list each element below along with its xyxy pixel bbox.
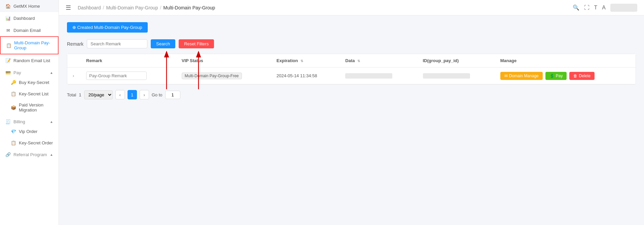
- sidebar-item-key-secret-order[interactable]: 📋 Key-Secret Order: [0, 137, 59, 148]
- sidebar-item-multi-domain-pay-group[interactable]: 📋 Multi-Domain Pay-Group: [0, 36, 59, 54]
- data-blurred-value: [345, 73, 392, 79]
- text-size-icon[interactable]: T: [594, 5, 598, 11]
- sidebar-item-label: Vip Order: [19, 129, 37, 134]
- sidebar-item-buy-key-secret[interactable]: 🔑 Buy Key-Secret: [0, 77, 59, 88]
- table-container: Remark VIP Status Expiration ⇅ Data ⇅: [67, 54, 636, 85]
- billing-section-icon: 🧾: [5, 119, 11, 124]
- main-content: ☰ Dashboard / Multi-Domain Pay-Group / M…: [59, 0, 644, 225]
- billing-section-label: Billing: [13, 119, 25, 124]
- vip-icon: 💎: [11, 129, 16, 134]
- header-icons: 🔍 ⛶ T A: [573, 4, 637, 12]
- home-icon: 🏠: [5, 3, 11, 9]
- expiration-sort-icon[interactable]: ⇅: [300, 59, 303, 63]
- sidebar-item-getmx-home[interactable]: 🏠 GetMX Home: [0, 0, 59, 12]
- pay-section-icon: 💳: [5, 70, 11, 75]
- manage-column-header: Manage: [495, 54, 636, 68]
- user-avatar[interactable]: [610, 4, 637, 12]
- sidebar-item-label: Key-Secret Order: [19, 140, 53, 145]
- referral-icon: 🔗: [5, 152, 11, 157]
- sidebar-item-paid-version-migration[interactable]: 📦 Paid Version Migration: [0, 99, 59, 116]
- group-pay-id-blurred-value: [423, 73, 470, 79]
- pagination: Total 1 10/page 20/page 50/page ‹ 1 › Go…: [67, 90, 636, 99]
- action-group: ✉ Domain Manage 💲 Pay 🗑 Delete: [500, 72, 630, 80]
- remark-input[interactable]: [86, 72, 147, 80]
- multi-domain-icon: 📋: [6, 43, 11, 48]
- filter-row: Remark Search Reset Filters: [67, 39, 636, 48]
- sidebar-section-referral: 🔗 Referral Program ▲: [0, 148, 59, 159]
- sidebar-item-label: Random Email List: [13, 58, 50, 63]
- breadcrumb-dashboard[interactable]: Dashboard: [78, 5, 101, 10]
- per-page-select[interactable]: 10/page 20/page 50/page: [84, 90, 113, 99]
- manage-cell: ✉ Domain Manage 💲 Pay 🗑 Delete: [495, 68, 636, 84]
- data-sort-icon[interactable]: ⇅: [357, 59, 360, 63]
- vip-status-column-header: VIP Status: [176, 54, 271, 68]
- billing-section-chevron: ▲: [50, 120, 53, 124]
- remark-cell: [81, 68, 176, 84]
- reset-filters-button[interactable]: Reset Filters: [179, 39, 214, 48]
- goto-label: Go to: [152, 92, 163, 97]
- expiration-value: 2024-05-14 11:34:58: [277, 73, 317, 78]
- sidebar-section-billing: 🧾 Billing ▲: [0, 116, 59, 126]
- breadcrumb-current: Multi-Domain Pay-Group: [163, 5, 215, 10]
- vip-status-cell: Multi-Domain Pay-Group-Free: [176, 68, 271, 84]
- sidebar-item-label: Buy Key-Secret: [19, 80, 49, 85]
- total-label: Total: [67, 92, 76, 97]
- pay-section-label: Pay: [13, 70, 21, 75]
- fullscreen-icon[interactable]: ⛶: [584, 5, 589, 11]
- group-pay-id-column-header: ID(group_pay_id): [418, 54, 495, 68]
- page-1-button[interactable]: 1: [128, 90, 137, 99]
- order-icon: 📋: [11, 140, 16, 145]
- data-table: Remark VIP Status Expiration ⇅ Data ⇅: [67, 54, 636, 84]
- breadcrumb-multi-domain[interactable]: Multi-Domain Pay-Group: [106, 5, 158, 10]
- goto-input[interactable]: [165, 91, 180, 99]
- sidebar-item-label: GetMX Home: [13, 4, 40, 9]
- vip-status-badge: Multi-Domain Pay-Group-Free: [182, 73, 242, 79]
- delete-icon: 🗑: [573, 74, 577, 78]
- pay-button[interactable]: 💲 Pay: [545, 72, 567, 80]
- next-page-button[interactable]: ›: [140, 90, 149, 99]
- sidebar-item-random-email-list[interactable]: 📝 Random Email List: [0, 54, 59, 66]
- random-email-icon: 📝: [5, 58, 11, 63]
- pay-section-chevron: ▲: [50, 71, 53, 75]
- search-button[interactable]: Search: [151, 39, 175, 48]
- sidebar-item-vip-order[interactable]: 💎 Vip Order: [0, 126, 59, 137]
- hamburger-icon[interactable]: ☰: [66, 4, 71, 11]
- delete-button[interactable]: 🗑 Delete: [569, 72, 595, 80]
- sidebar-item-label: Multi-Domain Pay-Group: [14, 40, 52, 50]
- sidebar-item-domain-email[interactable]: ✉ Domain Email: [0, 24, 59, 36]
- sidebar-item-key-secret-list[interactable]: 📋 Key-Secret List: [0, 88, 59, 99]
- table-header-row: Remark VIP Status Expiration ⇅ Data ⇅: [67, 54, 636, 68]
- dashboard-icon: 📊: [5, 15, 11, 21]
- prev-page-button[interactable]: ‹: [115, 90, 125, 99]
- sidebar-item-dashboard[interactable]: 📊 Dashboard: [0, 12, 59, 24]
- table-row: › Multi-Domain Pay-Group-Free 2024-05-14…: [67, 68, 636, 84]
- sidebar-item-label: Key-Secret List: [19, 91, 48, 96]
- referral-section-label: Referral Program: [13, 152, 47, 157]
- expiration-column-header: Expiration ⇅: [271, 54, 340, 68]
- domain-manage-button[interactable]: ✉ Domain Manage: [500, 72, 543, 80]
- content-area: ⊕ Created Multi-Domain Pay-Group Remark …: [59, 15, 644, 225]
- remark-filter-label: Remark: [67, 41, 83, 47]
- total-count: 1: [79, 92, 81, 97]
- pay-icon: 💲: [549, 74, 554, 78]
- data-cell: [340, 68, 417, 84]
- expand-icon[interactable]: ›: [73, 73, 74, 78]
- expand-cell: ›: [67, 68, 81, 84]
- language-icon[interactable]: A: [602, 5, 606, 11]
- search-remark-input[interactable]: [87, 39, 147, 48]
- data-column-header: Data ⇅: [340, 54, 417, 68]
- email-icon: ✉: [5, 28, 11, 33]
- create-multi-domain-button[interactable]: ⊕ Created Multi-Domain Pay-Group: [67, 22, 148, 33]
- header: ☰ Dashboard / Multi-Domain Pay-Group / M…: [59, 0, 644, 15]
- sidebar-item-label: Domain Email: [13, 28, 41, 33]
- expiration-cell: 2024-05-14 11:34:58: [271, 68, 340, 84]
- sidebar-item-label: Dashboard: [13, 16, 35, 21]
- group-pay-id-cell: [418, 68, 495, 84]
- key-icon: 🔑: [11, 80, 16, 85]
- sidebar: 🏠 GetMX Home 📊 Dashboard ✉ Domain Email …: [0, 0, 59, 225]
- domain-manage-icon: ✉: [504, 74, 508, 78]
- list-icon: 📋: [11, 91, 16, 96]
- migration-icon: 📦: [11, 105, 16, 110]
- search-icon[interactable]: 🔍: [573, 4, 579, 11]
- expand-column-header: [67, 54, 81, 68]
